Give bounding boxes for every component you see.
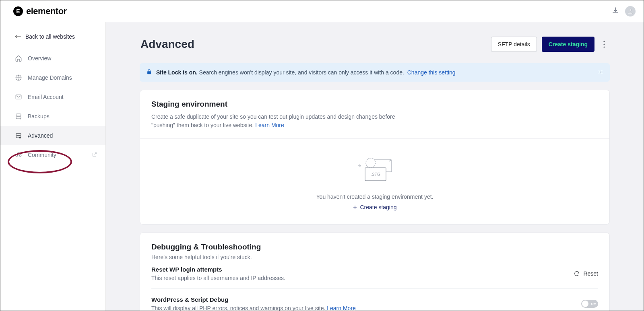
svg-rect-2 [16,95,21,99]
svg-point-9 [16,154,18,157]
divider [151,288,598,289]
app-header: E elementor [0,0,644,22]
svg-rect-6 [16,136,21,138]
svg-point-10 [19,154,21,157]
wp-debug-learn-more-link[interactable]: Learn More [327,305,356,311]
sidebar-item-advanced[interactable]: Advanced [0,126,105,145]
reset-wp-desc: This reset applies to all usernames and … [151,275,285,281]
alert-text: Site Lock is on. Search engines won't di… [156,69,456,76]
create-staging-button[interactable]: Create staging [542,37,594,52]
svg-rect-4 [16,117,21,119]
wp-debug-title: WordPress & Script Debug [151,296,356,303]
svg-point-12 [603,43,605,45]
sidebar-item-email[interactable]: Email Account [0,87,105,107]
sidebar-item-label: Manage Domains [28,74,72,81]
svg-point-8 [18,152,20,154]
staging-empty-text: You haven't created a staging environmen… [316,194,433,200]
svg-rect-5 [16,134,21,136]
debug-title: Debugging & Troubleshooting [151,243,598,251]
wp-debug-desc: This will display all PHP errors, notice… [151,305,356,311]
debug-subtitle: Here's some helpful tools if you're stuc… [151,254,598,260]
sidebar-item-label: Community [28,152,56,158]
logo-icon: E [13,6,23,16]
reset-button[interactable]: Reset [574,270,598,277]
download-icon[interactable] [611,6,619,16]
back-label: Back to all websites [25,33,75,40]
logo-text: elementor [26,6,67,16]
backup-icon [15,113,22,120]
staging-learn-more-link[interactable]: Learn More [255,122,284,128]
svg-point-13 [603,46,605,47]
globe-icon [15,74,22,81]
reset-wp-title: Reset WP login attempts [151,266,285,273]
svg-point-15 [366,158,376,168]
create-staging-link[interactable]: Create staging [353,204,396,210]
back-to-websites-link[interactable]: Back to all websites [0,28,105,49]
home-icon [15,55,22,62]
external-link-icon [92,152,97,159]
sidebar-item-community[interactable]: Community [0,145,105,165]
lock-icon [146,69,152,76]
site-lock-alert: Site Lock is on. Search engines won't di… [140,63,610,82]
close-alert-button[interactable] [598,69,603,76]
community-icon [15,151,22,159]
staging-card: Staging environment Create a safe duplic… [140,90,610,224]
sidebar-item-label: Advanced [28,132,53,139]
sftp-details-button[interactable]: SFTP details [491,37,537,52]
more-menu-button[interactable] [599,37,609,51]
sidebar-item-backups[interactable]: Backups [0,107,105,126]
logo[interactable]: E elementor [13,6,67,16]
staging-desc: Create a safe duplicate of your site so … [151,113,417,130]
svg-rect-3 [16,114,21,116]
change-setting-link[interactable]: Change this setting [407,69,456,76]
page-title: Advanced [140,38,194,51]
sidebar-item-label: Overview [28,55,51,62]
staging-title: Staging environment [151,100,598,109]
main-content: Advanced SFTP details Create staging Sit… [106,22,644,311]
staging-empty-graphic: .STG [355,157,394,182]
server-icon [15,132,22,139]
sidebar-item-overview[interactable]: Overview [0,49,105,68]
sidebar-item-domains[interactable]: Manage Domains [0,68,105,87]
sidebar-item-label: Backups [28,113,50,119]
mail-icon [15,93,22,101]
sidebar: Back to all websites Overview Manage Dom… [0,22,106,311]
svg-point-11 [603,41,605,42]
debug-card: Debugging & Troubleshooting Here's some … [140,233,610,311]
svg-point-0 [629,9,632,11]
svg-text:.STG: .STG [371,172,380,177]
avatar[interactable] [625,6,636,16]
sidebar-item-label: Email Account [28,94,64,100]
wp-debug-toggle[interactable]: Off [581,300,598,308]
